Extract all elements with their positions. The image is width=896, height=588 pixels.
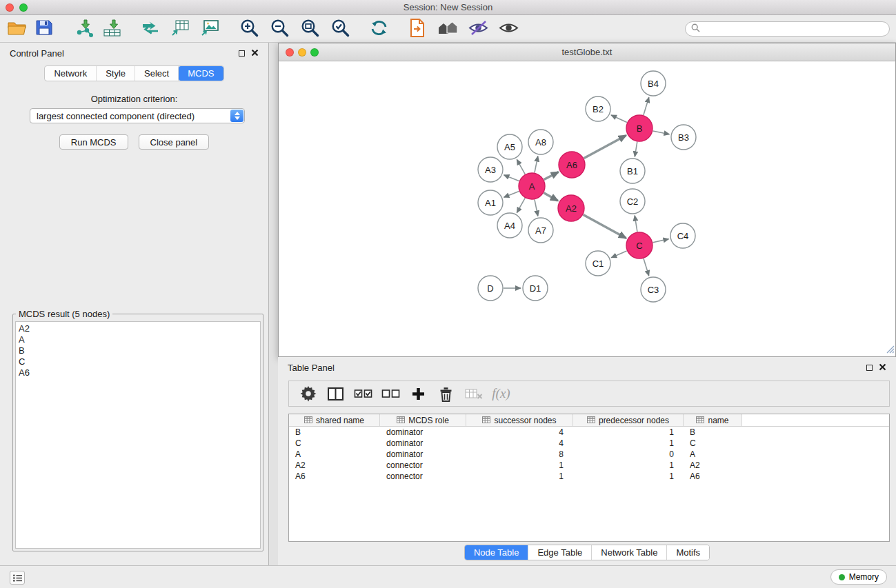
- search-input[interactable]: [704, 24, 884, 34]
- show-graphics-details-button[interactable]: [493, 17, 524, 41]
- function-builder-button[interactable]: f(x): [492, 383, 510, 404]
- hide-graphics-details-button[interactable]: [463, 17, 493, 41]
- export-image-button[interactable]: [195, 17, 224, 41]
- tab-node-table[interactable]: Node Table: [465, 545, 529, 560]
- node-C2[interactable]: C2: [620, 189, 645, 214]
- mcds-result-item[interactable]: A2: [19, 323, 257, 334]
- node-A8[interactable]: A8: [528, 130, 553, 154]
- tab-network[interactable]: Network: [45, 66, 97, 81]
- import-network-button[interactable]: [70, 17, 98, 41]
- node-A7[interactable]: A7: [528, 218, 553, 243]
- node-A3[interactable]: A3: [478, 157, 503, 182]
- edge-B-B3[interactable]: [653, 131, 670, 134]
- edge-B-B1[interactable]: [635, 142, 637, 157]
- edge-A-A8[interactable]: [535, 156, 538, 173]
- network-table-button[interactable]: [165, 17, 195, 41]
- close-window-button[interactable]: [6, 3, 14, 12]
- zoom-selected-button[interactable]: [325, 17, 355, 41]
- column-header-predecessor-nodes[interactable]: predecessor nodes: [573, 414, 684, 426]
- resize-grip[interactable]: [886, 345, 895, 356]
- table-settings-button[interactable]: [299, 383, 317, 404]
- network-zoom-button[interactable]: [310, 48, 319, 57]
- zoom-out-button[interactable]: [264, 17, 295, 41]
- column-header-successor-nodes[interactable]: successor nodes: [466, 414, 573, 426]
- node-A2[interactable]: A2: [558, 195, 584, 221]
- edge-A2-C[interactable]: [584, 215, 626, 239]
- node-D1[interactable]: D1: [523, 276, 548, 301]
- task-history-button[interactable]: [10, 571, 25, 585]
- node-A5[interactable]: A5: [497, 134, 522, 159]
- mcds-result-item[interactable]: B: [19, 345, 257, 356]
- node-A6[interactable]: A6: [559, 152, 585, 178]
- zoom-fit-button[interactable]: [295, 17, 325, 41]
- node-table[interactable]: shared nameMCDS rolesuccessor nodesprede…: [288, 414, 890, 542]
- node-B1[interactable]: B1: [620, 159, 645, 183]
- float-table-panel-button[interactable]: [866, 363, 873, 373]
- zoom-window-button[interactable]: [19, 3, 28, 12]
- select-all-button[interactable]: [354, 383, 372, 404]
- node-A4[interactable]: A4: [497, 213, 522, 238]
- node-C[interactable]: C: [626, 232, 653, 258]
- edge-A-A3[interactable]: [504, 175, 519, 181]
- table-row[interactable]: Adominator80A: [289, 449, 889, 460]
- mcds-result-item[interactable]: A: [19, 334, 257, 345]
- overview-button[interactable]: [432, 17, 463, 41]
- tab-network-table[interactable]: Network Table: [592, 545, 667, 560]
- edge-C-C4[interactable]: [653, 239, 669, 243]
- refresh-button[interactable]: [364, 17, 394, 41]
- edge-A-A5[interactable]: [517, 159, 525, 174]
- create-column-button[interactable]: [409, 383, 428, 404]
- edge-A-A2[interactable]: [544, 193, 557, 201]
- export-document-button[interactable]: [402, 17, 432, 41]
- close-table-panel-button[interactable]: [879, 363, 886, 373]
- table-row[interactable]: A6connector11A6: [289, 471, 889, 482]
- tab-select[interactable]: Select: [135, 66, 179, 81]
- network-arrows-button[interactable]: [135, 17, 165, 41]
- edge-A6-B[interactable]: [584, 136, 626, 159]
- open-session-button[interactable]: [3, 17, 30, 41]
- edge-B-B2[interactable]: [611, 115, 627, 123]
- edge-C-C3[interactable]: [644, 258, 649, 276]
- float-panel-button[interactable]: [239, 48, 245, 59]
- table-row[interactable]: Bdominator41B: [289, 427, 889, 438]
- tab-style[interactable]: Style: [97, 66, 135, 81]
- optimization-dropdown[interactable]: largest connected component (directed): [30, 108, 245, 123]
- node-B[interactable]: B: [626, 115, 653, 141]
- run-mcds-button[interactable]: Run MCDS: [59, 134, 128, 150]
- network-window-titlebar[interactable]: testGlobe.txt: [279, 43, 895, 61]
- column-header-name[interactable]: name: [684, 414, 742, 426]
- mcds-result-item[interactable]: C: [19, 356, 257, 367]
- edge-A-A7[interactable]: [535, 200, 538, 216]
- import-table-button[interactable]: [98, 17, 126, 41]
- tab-mcds[interactable]: MCDS: [179, 66, 223, 81]
- tab-edge-table[interactable]: Edge Table: [528, 545, 592, 560]
- edge-B-B4[interactable]: [644, 97, 649, 115]
- delete-table-button[interactable]: [464, 383, 483, 404]
- close-panel-action-button[interactable]: Close panel: [139, 134, 210, 150]
- node-B3[interactable]: B3: [671, 125, 696, 150]
- node-D[interactable]: D: [478, 276, 503, 301]
- deselect-all-button[interactable]: [381, 383, 400, 404]
- tab-motifs[interactable]: Motifs: [667, 545, 709, 560]
- column-visibility-button[interactable]: [326, 383, 345, 404]
- node-C3[interactable]: C3: [641, 277, 666, 302]
- network-minimize-button[interactable]: [298, 48, 306, 57]
- zoom-in-button[interactable]: [234, 17, 264, 41]
- edge-C-C2[interactable]: [635, 216, 637, 232]
- search-box[interactable]: [685, 21, 890, 37]
- node-C1[interactable]: C1: [586, 251, 610, 276]
- edge-A-A6[interactable]: [544, 172, 559, 179]
- save-session-button[interactable]: [30, 17, 58, 41]
- table-row[interactable]: A2connector11A2: [289, 460, 889, 471]
- edge-A-A1[interactable]: [504, 191, 519, 197]
- network-close-button[interactable]: [286, 48, 294, 57]
- mcds-result-item[interactable]: A6: [19, 367, 257, 378]
- table-row[interactable]: Cdominator41C: [289, 438, 889, 449]
- network-canvas[interactable]: B4B2BB3A5A8A6B1A3AC2A1A2A4A7C4CC1C3DD1: [279, 61, 895, 356]
- node-A1[interactable]: A1: [478, 190, 503, 215]
- edge-A-A4[interactable]: [517, 198, 525, 212]
- edge-C-C1[interactable]: [611, 251, 626, 258]
- close-panel-button[interactable]: [251, 48, 259, 59]
- delete-column-button[interactable]: [437, 383, 455, 404]
- memory-button[interactable]: Memory: [830, 569, 887, 585]
